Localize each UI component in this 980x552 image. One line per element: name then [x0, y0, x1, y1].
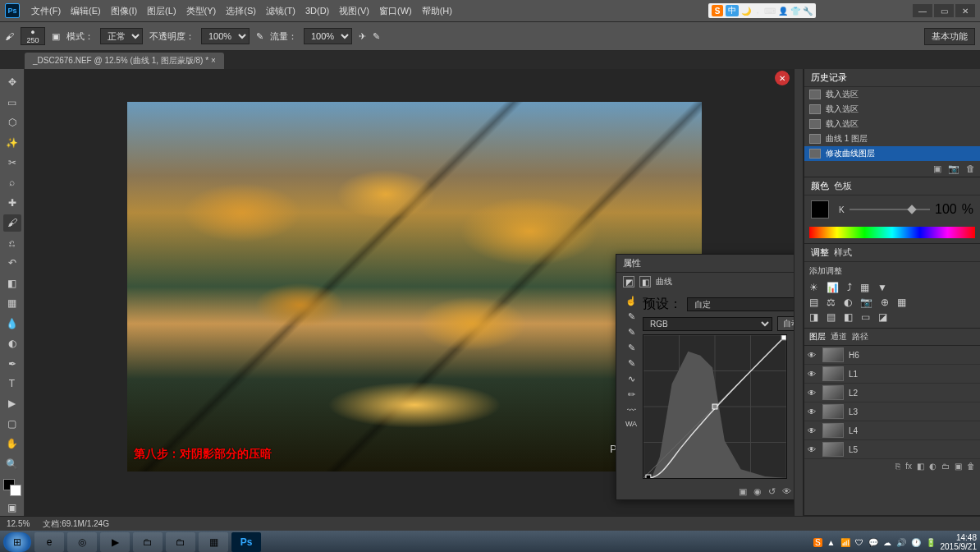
new-layer-icon[interactable]: ▣	[955, 462, 962, 471]
layer-row[interactable]: 👁L3	[804, 402, 980, 421]
close-button[interactable]: ✕	[955, 4, 975, 17]
panel-dock[interactable]	[794, 69, 804, 516]
menu-file[interactable]: 文件(F)	[26, 5, 66, 17]
menu-type[interactable]: 类型(Y)	[181, 5, 222, 17]
adjustments-tab[interactable]: 调整	[811, 246, 829, 259]
mask-icon[interactable]: ◧	[639, 276, 651, 288]
selective-color-icon[interactable]: ◪	[878, 311, 887, 323]
posterize-icon[interactable]: ▤	[827, 311, 836, 323]
tray-clock-icon[interactable]: 🕐	[911, 538, 921, 547]
k-slider[interactable]	[849, 209, 930, 210]
exposure-icon[interactable]: ▦	[860, 282, 869, 293]
bw-icon[interactable]: ◐	[844, 297, 852, 308]
opacity-select[interactable]: 100%	[201, 28, 250, 44]
hue-sat-icon[interactable]: ▤	[809, 297, 818, 308]
maximize-button[interactable]: ▭	[934, 4, 954, 17]
taskbar-photoshop-icon[interactable]: Ps	[231, 532, 261, 552]
hand-tool[interactable]: ✋	[3, 435, 21, 452]
color-spectrum[interactable]	[809, 227, 975, 238]
levels-icon[interactable]: 📊	[827, 282, 839, 293]
crop-tool[interactable]: ✂	[3, 154, 21, 171]
history-brush-tool[interactable]: ↶	[3, 255, 21, 271]
color-lookup-icon[interactable]: ▦	[897, 297, 906, 308]
doc-size[interactable]: 文档:69.1M/1.24G	[43, 518, 109, 530]
magic-wand-tool[interactable]: ✨	[3, 134, 21, 150]
curves-graph[interactable]	[643, 334, 787, 479]
link-layers-icon[interactable]: ⎘	[895, 462, 900, 471]
layer-row[interactable]: 👁L5	[804, 440, 980, 459]
brush-size-preview[interactable]: ● 250	[21, 27, 45, 45]
tablet-pressure-size-icon[interactable]: ✎	[373, 31, 380, 42]
tray-volume-icon[interactable]: 🔊	[896, 538, 906, 547]
tablet-pressure-opacity-icon[interactable]: ✎	[256, 31, 263, 42]
gradient-map-icon[interactable]: ▭	[861, 311, 870, 323]
black-point-icon[interactable]: ✎	[628, 358, 635, 369]
path-select-tool[interactable]: ▶	[3, 395, 21, 412]
start-button[interactable]: ⊞	[3, 532, 31, 552]
ime-toolbar[interactable]: S 中 🌙 ， ⌨ 👤 👕 🔧	[708, 3, 816, 18]
quickmask-icon[interactable]: ▣	[3, 499, 21, 516]
workspace-select[interactable]: 基本功能	[924, 28, 975, 45]
shape-tool[interactable]: ▢	[3, 416, 21, 432]
brush-tool-icon[interactable]: 🖌	[5, 31, 14, 41]
airbrush-icon[interactable]: ✈	[359, 31, 366, 42]
history-item[interactable]: 载入选区	[804, 87, 980, 102]
ime-shirt-icon[interactable]: 👕	[790, 7, 800, 16]
history-camera-icon[interactable]: 📷	[948, 163, 959, 174]
gradient-tool[interactable]: ▦	[3, 295, 21, 311]
menu-edit[interactable]: 编辑(E)	[66, 5, 106, 17]
foreground-color[interactable]	[811, 200, 829, 218]
tray-chat-icon[interactable]: 💬	[868, 538, 878, 547]
color-tab[interactable]: 颜色	[811, 180, 829, 192]
tray-battery-icon[interactable]: 🔋	[926, 538, 936, 547]
eyedropper-tool[interactable]: ⌕	[3, 174, 21, 191]
history-tab[interactable]: 历史记录	[811, 71, 847, 84]
smooth-icon[interactable]: 〰	[627, 405, 636, 415]
ime-comma-icon[interactable]: ，	[753, 5, 762, 16]
taskbar-app-icon[interactable]: ▦	[199, 532, 228, 552]
brightness-icon[interactable]: ☀	[809, 282, 818, 293]
zoom-level[interactable]: 12.5%	[7, 519, 30, 528]
vibrance-icon[interactable]: ▼	[877, 282, 887, 293]
taskbar-ie-icon[interactable]: e	[34, 532, 64, 552]
close-tab-icon[interactable]: ✕	[775, 71, 790, 85]
tray-network-icon[interactable]: 📶	[840, 538, 850, 547]
blend-mode-select[interactable]: 正常	[100, 28, 143, 44]
menu-select[interactable]: 选择(S)	[221, 5, 261, 17]
menu-3d[interactable]: 3D(D)	[300, 6, 334, 16]
taskbar-explorer-icon[interactable]: 🗀	[133, 532, 163, 552]
history-snapshot-icon[interactable]: ▣	[933, 163, 941, 174]
taskbar-folder-icon[interactable]: 🗀	[166, 532, 195, 552]
history-delete-icon[interactable]: 🗑	[966, 163, 975, 174]
channel-mixer-icon[interactable]: ⊕	[881, 297, 889, 308]
delete-layer-icon[interactable]: 🗑	[967, 462, 975, 471]
target-adjust-icon[interactable]: ☝	[625, 296, 637, 306]
taskbar-clock[interactable]: 14:48 2015/9/21	[941, 533, 978, 551]
text-tool[interactable]: T	[3, 375, 21, 392]
white-point-icon[interactable]: ✎	[628, 327, 635, 338]
sample-icon[interactable]: ✎	[628, 311, 635, 322]
channel-select[interactable]: RGB	[643, 317, 772, 331]
tray-shield-icon[interactable]: 🛡	[855, 538, 863, 547]
threshold-icon[interactable]: ◧	[844, 311, 853, 323]
reset-icon[interactable]: ↺	[768, 486, 776, 497]
brush-panel-icon[interactable]: ▣	[52, 31, 60, 42]
flow-select[interactable]: 100%	[304, 28, 352, 44]
new-group-icon[interactable]: 🗀	[941, 462, 950, 471]
view-previous-icon[interactable]: ◉	[753, 486, 762, 497]
layer-row[interactable]: 👁L4	[804, 421, 980, 440]
paths-tab[interactable]: 路径	[852, 331, 868, 343]
pen-tool[interactable]: ✒	[3, 355, 21, 371]
ime-user-icon[interactable]: 👤	[778, 7, 788, 16]
zoom-tool[interactable]: 🔍	[3, 456, 21, 472]
visibility-icon[interactable]: 👁	[808, 407, 817, 416]
ime-wrench-icon[interactable]: 🔧	[803, 7, 813, 16]
color-balance-icon[interactable]: ⚖	[827, 297, 836, 308]
menu-view[interactable]: 视图(V)	[334, 5, 374, 17]
ime-lang[interactable]: 中	[726, 5, 739, 16]
minimize-button[interactable]: —	[913, 4, 932, 17]
document-tab[interactable]: _DSC2676.NEF @ 12.5% (曲线 1, 图层蒙版/8) * ×	[25, 53, 224, 69]
tray-s-icon[interactable]: S	[813, 538, 822, 547]
move-tool[interactable]: ✥	[3, 74, 21, 90]
history-item[interactable]: 曲线 1 图层	[804, 131, 980, 146]
